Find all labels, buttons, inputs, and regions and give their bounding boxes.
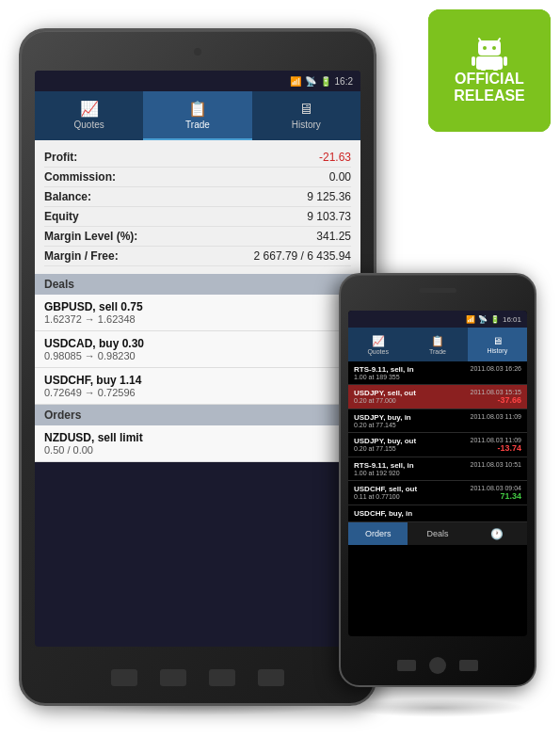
phone-clock-btn[interactable]: 🕐 <box>468 522 527 545</box>
tablet-wifi-icon: 📶 <box>290 76 301 87</box>
tablet-search-btn[interactable] <box>258 669 284 686</box>
svg-point-2 <box>483 46 487 50</box>
profit-label: Profit: <box>44 151 77 164</box>
tablet-summary: Profit: -21.63 Commission: 0.00 Balance:… <box>35 140 360 274</box>
phone-item-7: USDCHF, buy, in <box>348 505 527 522</box>
phone-home-btn[interactable] <box>429 657 446 674</box>
badge-label2: RELEASE <box>454 88 525 104</box>
phone-item-date-2: 2011.08.03 15:15 <box>471 389 522 395</box>
phone-bottom-bar: Orders Deals 🕐 <box>348 522 527 545</box>
history-label: History <box>292 120 321 130</box>
phone-tab-history[interactable]: 🖥 History <box>468 328 527 361</box>
svg-rect-6 <box>504 56 507 66</box>
order-title-1: NZDUSD, sell limit <box>44 431 351 444</box>
phone-item-date-4: 2011.08.03 11:09 <box>471 437 522 443</box>
tablet-time: 16:2 <box>335 76 353 87</box>
profit-row: Profit: -21.63 <box>44 148 351 168</box>
phone-item-3: USDJPY, buy, in 0.20 at 77.145 2011.08.0… <box>348 409 527 433</box>
margin-free-label: Margin / Free: <box>44 249 119 263</box>
tablet-battery-icon: 🔋 <box>320 76 331 87</box>
equity-label: Equity <box>44 210 79 223</box>
phone-device: 📶 📡 🔋 16:01 📈 Quotes 📋 Trade 🖥 History <box>339 273 536 687</box>
deal-sub-1: 1.62372 → 1.62348 <box>44 313 351 325</box>
trade-icon: 📋 <box>188 100 207 118</box>
tablet-status-bar: 📶 📡 🔋 16:2 <box>35 71 360 91</box>
phone-item-title-4: USDJPY, buy, out <box>354 437 416 445</box>
phone-item-date-6: 2011.08.03 09:04 <box>471 485 522 491</box>
phone-item-val-6: 71.34 <box>471 491 522 501</box>
phone-back-btn[interactable] <box>397 660 416 671</box>
balance-value: 9 125.36 <box>307 190 351 203</box>
margin-free-value: 2 667.79 / 6 435.94 <box>254 249 351 263</box>
deal-title-3: USDCHF, buy 1.14 <box>44 374 351 387</box>
quotes-label: Quotes <box>74 120 104 130</box>
phone-nav-buttons <box>397 657 478 674</box>
phone-quotes-icon: 📈 <box>372 335 385 347</box>
commission-value: 0.00 <box>329 170 351 184</box>
phone-item-date-5: 2011.08.03 10:51 <box>471 461 522 468</box>
clock-icon: 🕐 <box>490 528 504 540</box>
deal-title-1: GBPUSD, sell 0.75 <box>44 300 351 313</box>
phone-item-sub-6: 0.11 at 0.77100 <box>354 493 417 500</box>
commission-row: Commission: 0.00 <box>44 168 351 187</box>
phone-item-sub-1: 1.00 at 189 355 <box>354 374 414 380</box>
deals-btn-label: Deals <box>426 529 448 538</box>
phone-orders-btn[interactable]: Orders <box>348 522 408 545</box>
tab-trade[interactable]: 📋 Trade <box>143 91 251 140</box>
phone-screen: 📶 📡 🔋 16:01 📈 Quotes 📋 Trade 🖥 History <box>348 311 527 636</box>
deal-item-1: GBPUSD, sell 0.75 1.62372 → 1.62348 <box>35 295 360 331</box>
tablet-nav: 📈 Quotes 📋 Trade 🖥 History <box>35 91 360 140</box>
phone-item-sub-5: 1.00 at 192 920 <box>354 470 414 476</box>
phone-item-val-2: -37.66 <box>471 395 522 405</box>
phone-item-title-2: USDJPY, sell, out <box>354 389 416 397</box>
tablet-camera <box>194 48 201 56</box>
tablet-back-btn[interactable] <box>111 669 137 686</box>
phone-item-sub-3: 0.20 at 77.145 <box>354 422 411 428</box>
tablet-menu-btn[interactable] <box>209 669 235 686</box>
phone-battery-icon: 🔋 <box>490 315 500 324</box>
tablet-home-btn[interactable] <box>160 669 186 686</box>
badge-label: OFFICIAL <box>455 71 524 88</box>
phone-item-title-7: USDCHF, buy, in <box>354 509 412 518</box>
phone-item-2: USDJPY, sell, out 0.20 at 77.000 2011.08… <box>348 385 527 409</box>
phone-shadow <box>348 698 527 717</box>
phone-item-5: RTS-9.11, sell, in 1.00 at 192 920 2011.… <box>348 457 527 481</box>
deal-sub-3: 0.72649 → 0.72596 <box>44 387 351 398</box>
orders-section-header: Orders <box>35 405 360 425</box>
android-logo <box>471 37 508 71</box>
tab-quotes[interactable]: 📈 Quotes <box>35 91 143 140</box>
history-icon: 🖥 <box>298 101 313 118</box>
phone-signal-icon: 📡 <box>478 315 488 324</box>
svg-rect-4 <box>476 56 503 70</box>
phone-quotes-label: Quotes <box>367 348 389 355</box>
phone-item-4: USDJPY, buy, out 0.20 at 77.155 2011.08.… <box>348 433 527 457</box>
phone-history-label: History <box>487 347 507 354</box>
deals-section-header: Deals <box>35 274 360 295</box>
tablet-signal-icon: 📡 <box>305 76 316 87</box>
order-sub-1: 0.50 / 0.00 <box>44 444 351 456</box>
phone-trade-icon: 📋 <box>431 335 444 347</box>
orders-btn-label: Orders <box>365 529 392 538</box>
tab-history[interactable]: 🖥 History <box>252 91 360 140</box>
margin-level-row: Margin Level (%): 341.25 <box>44 227 351 247</box>
phone-item-date-3: 2011.08.03 11:09 <box>471 413 522 420</box>
equity-row: Equity 9 103.73 <box>44 207 351 227</box>
phone-deals-btn[interactable]: Deals <box>408 522 467 545</box>
trade-label: Trade <box>185 120 210 130</box>
balance-label: Balance: <box>44 190 91 203</box>
phone-item-sub-4: 0.20 at 77.155 <box>354 445 416 452</box>
phone-item-title-5: RTS-9.11, sell, in <box>354 461 414 470</box>
margin-level-value: 341.25 <box>316 230 351 243</box>
phone-item-title-3: USDJPY, buy, in <box>354 413 411 422</box>
phone-item-date-1: 2011.08.03 16:26 <box>471 365 522 372</box>
official-release-badge: OFFICIAL RELEASE <box>428 9 551 132</box>
phone-item-title-1: RTS-9.11, sell, in <box>354 365 414 374</box>
phone-search-btn[interactable] <box>459 660 478 671</box>
deal-sub-2: 0.98085 → 0.98230 <box>44 350 351 361</box>
phone-tab-quotes[interactable]: 📈 Quotes <box>348 328 408 361</box>
svg-rect-5 <box>472 56 475 66</box>
deal-item-3: USDCHF, buy 1.14 0.72649 → 0.72596 <box>35 368 360 405</box>
phone-time: 16:01 <box>503 315 521 324</box>
phone-item-6: USDCHF, sell, out 0.11 at 0.77100 2011.0… <box>348 481 527 505</box>
phone-tab-trade[interactable]: 📋 Trade <box>408 328 467 361</box>
